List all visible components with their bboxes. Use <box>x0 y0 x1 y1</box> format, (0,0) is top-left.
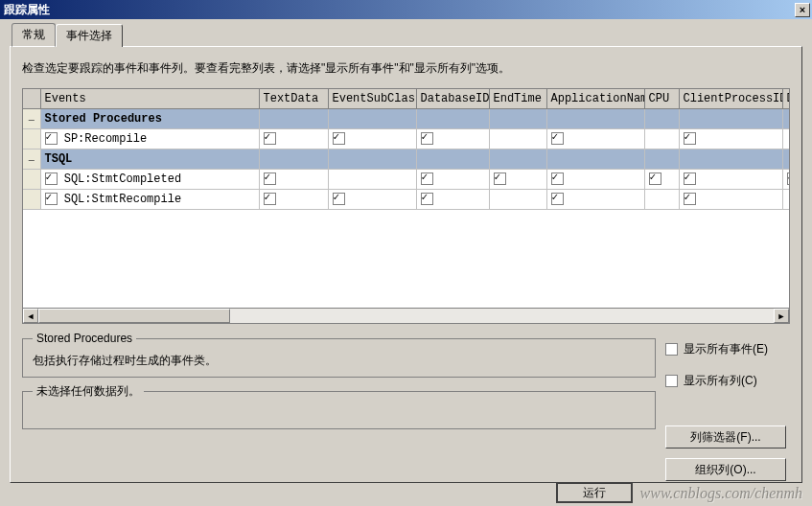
cell-duration[interactable] <box>782 190 789 210</box>
cell-checkbox[interactable] <box>649 172 661 185</box>
cell-checkbox[interactable] <box>684 132 696 145</box>
header-endtime[interactable]: EndTime <box>489 89 546 109</box>
show-all-columns-option[interactable]: 显示所有列(C) <box>665 373 790 389</box>
row-gutter <box>23 129 40 150</box>
header-textdata[interactable]: TextData <box>259 89 328 109</box>
cell-databaseid[interactable] <box>416 170 489 190</box>
row-gutter <box>23 190 40 210</box>
scroll-left-button[interactable]: ◄ <box>23 309 38 323</box>
cell-checkbox[interactable] <box>264 172 276 185</box>
event-name[interactable]: SQL:StmtRecompile <box>58 193 182 206</box>
cell-duration[interactable] <box>782 170 789 190</box>
cell-checkbox[interactable] <box>494 172 506 185</box>
event-checkbox[interactable] <box>45 193 58 205</box>
header-eventsubclass[interactable]: EventSubClass <box>328 89 416 109</box>
tab-page: 检查选定要跟踪的事件和事件列。要查看完整列表，请选择"显示所有事件"和"显示所有… <box>10 46 802 483</box>
cell-databaseid[interactable] <box>416 190 489 210</box>
header-row: Events TextData EventSubClass DatabaseID… <box>23 89 789 109</box>
event-name[interactable]: SP:Recompile <box>58 132 148 146</box>
cell-textdata[interactable] <box>259 190 328 210</box>
cell-checkbox[interactable] <box>551 193 564 205</box>
event-checkbox[interactable] <box>45 172 58 185</box>
columns-legend: 未选择任何数据列。 <box>33 383 144 400</box>
cell-appname[interactable] <box>546 129 644 150</box>
cell-checkbox[interactable] <box>421 193 433 205</box>
cell-endtime[interactable] <box>489 129 546 150</box>
row-gutter <box>23 170 40 190</box>
events-grid: Events TextData EventSubClass DatabaseID… <box>22 88 790 324</box>
window-title: 跟踪属性 <box>4 2 795 18</box>
description-legend: Stored Procedures <box>33 332 136 345</box>
cell-checkbox[interactable] <box>551 132 564 145</box>
cell-cpu[interactable] <box>644 190 679 210</box>
collapse-icon[interactable]: – <box>23 109 40 129</box>
events-table: Events TextData EventSubClass DatabaseID… <box>23 89 789 210</box>
cell-checkbox[interactable] <box>264 132 276 145</box>
cell-duration[interactable] <box>782 129 789 150</box>
collapse-icon[interactable]: – <box>23 150 40 170</box>
description-text: 包括执行存储过程时生成的事件类。 <box>33 353 645 369</box>
tab-general[interactable]: 常规 <box>12 23 56 47</box>
cell-eventsubclass[interactable] <box>328 129 416 150</box>
column-filter-button[interactable]: 列筛选器(F)... <box>665 426 786 448</box>
show-all-events-option[interactable]: 显示所有事件(E) <box>665 341 790 357</box>
cell-eventsubclass[interactable] <box>328 170 416 190</box>
event-checkbox[interactable] <box>45 132 58 145</box>
horizontal-scrollbar[interactable]: ◄ ► <box>23 308 789 323</box>
event-row: SP:Recompile <box>23 129 789 150</box>
tab-event-selection[interactable]: 事件选择 <box>56 24 123 47</box>
cell-checkbox[interactable] <box>333 193 345 205</box>
cell-eventsubclass[interactable] <box>328 190 416 210</box>
cell-checkbox[interactable] <box>684 193 696 205</box>
cell-endtime[interactable] <box>489 190 546 210</box>
cell-clientpid[interactable] <box>679 190 782 210</box>
header-duration[interactable]: Durat <box>782 89 789 109</box>
category-row: – TSQL <box>23 150 789 170</box>
category-name[interactable]: TSQL <box>40 150 259 170</box>
dialog-body: 常规 事件选择 检查选定要跟踪的事件和事件列。要查看完整列表，请选择"显示所有事… <box>0 19 812 493</box>
cell-checkbox[interactable] <box>787 172 790 185</box>
cell-checkbox[interactable] <box>421 172 433 185</box>
category-row: – Stored Procedures <box>23 109 789 129</box>
cell-cpu[interactable] <box>644 129 679 150</box>
cell-appname[interactable] <box>546 190 644 210</box>
organize-columns-button[interactable]: 组织列(O)... <box>665 458 786 481</box>
header-cpu[interactable]: CPU <box>644 89 679 109</box>
close-button[interactable]: × <box>795 3 810 17</box>
instruction-text: 检查选定要跟踪的事件和事件列。要查看完整列表，请选择"显示所有事件"和"显示所有… <box>22 60 790 77</box>
header-databaseid[interactable]: DatabaseID <box>416 89 489 109</box>
cell-clientpid[interactable] <box>679 170 782 190</box>
cell-checkbox[interactable] <box>264 193 276 205</box>
header-events[interactable]: Events <box>40 89 259 109</box>
header-appname[interactable]: ApplicationName <box>546 89 644 109</box>
scroll-right-button[interactable]: ► <box>774 309 789 323</box>
cell-textdata[interactable] <box>259 170 328 190</box>
run-button[interactable]: 运行 <box>556 482 633 503</box>
event-row: SQL:StmtRecompile <box>23 190 789 210</box>
header-clientpid[interactable]: ClientProcessID <box>679 89 782 109</box>
cell-databaseid[interactable] <box>416 129 489 150</box>
cell-clientpid[interactable] <box>679 129 782 150</box>
cell-cpu[interactable] <box>644 170 679 190</box>
cell-checkbox[interactable] <box>551 172 564 185</box>
event-name[interactable]: SQL:StmtCompleted <box>58 172 182 186</box>
show-all-columns-checkbox[interactable] <box>665 375 678 387</box>
columns-fieldset: 未选择任何数据列。 <box>22 383 656 429</box>
description-fieldset: Stored Procedures 包括执行存储过程时生成的事件类。 <box>22 332 656 378</box>
show-all-events-checkbox[interactable] <box>665 343 678 356</box>
cell-checkbox[interactable] <box>684 172 696 185</box>
lower-panel: Stored Procedures 包括执行存储过程时生成的事件类。 未选择任何… <box>22 332 790 481</box>
show-all-columns-label: 显示所有列(C) <box>684 373 757 389</box>
scroll-track[interactable] <box>38 309 774 323</box>
cell-checkbox[interactable] <box>421 132 433 145</box>
scroll-thumb[interactable] <box>38 309 230 323</box>
cell-checkbox[interactable] <box>333 132 345 145</box>
cell-textdata[interactable] <box>259 129 328 150</box>
cell-appname[interactable] <box>546 170 644 190</box>
category-name[interactable]: Stored Procedures <box>40 109 259 129</box>
cell-endtime[interactable] <box>489 170 546 190</box>
title-bar: 跟踪属性 × <box>0 0 812 19</box>
show-all-events-label: 显示所有事件(E) <box>684 341 768 357</box>
header-expander <box>23 89 40 109</box>
tab-strip: 常规 事件选择 <box>10 25 802 46</box>
